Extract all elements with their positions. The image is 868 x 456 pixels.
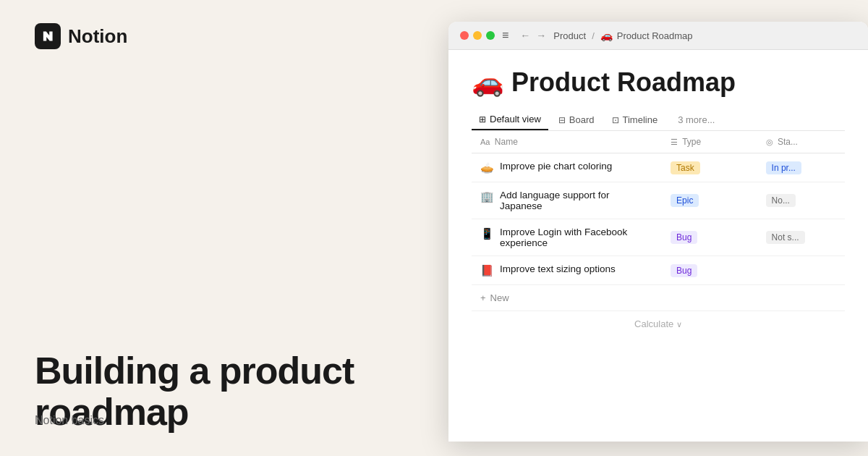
row1-status-cell: In pr... — [757, 153, 845, 182]
notion-logo-text: Notion — [68, 25, 127, 48]
row3-status-cell: Not s... — [757, 219, 845, 256]
tab-default-view[interactable]: ⊞ Default view — [472, 109, 548, 130]
row4-emoji: 📕 — [480, 264, 494, 277]
row4-name: 📕 Improve text sizing options — [480, 263, 653, 277]
row3-type-cell: Bug — [662, 219, 757, 256]
back-button[interactable]: ← — [520, 30, 530, 41]
col-type-icon: ☰ — [671, 138, 678, 146]
page-title-emoji: 🚗 — [472, 67, 504, 98]
tab-timeline-icon: ⊡ — [612, 115, 619, 125]
tab-more[interactable]: 3 more... — [671, 110, 722, 130]
notion-logo: Notion — [35, 23, 443, 49]
traffic-light-yellow[interactable] — [473, 31, 482, 40]
row4-type-tag: Bug — [671, 264, 697, 277]
col-status-label: Sta... — [778, 137, 798, 147]
row4-type-cell: Bug — [662, 256, 757, 285]
row1-status-badge: In pr... — [766, 161, 801, 174]
tab-timeline-label: Timeline — [623, 114, 658, 125]
tab-timeline[interactable]: ⊡ Timeline — [605, 110, 665, 130]
browser-window: ≡ ← → Product / 🚗 Product Roadmap 🚗 Prod… — [448, 22, 868, 442]
browser-chrome: ≡ ← → Product / 🚗 Product Roadmap — [448, 22, 868, 50]
traffic-lights — [460, 31, 495, 40]
tab-more-label: 3 more... — [678, 114, 715, 125]
col-name-icon: Aa — [480, 138, 490, 146]
table-row[interactable]: 📕 Improve text sizing options Bug — [472, 256, 845, 285]
col-name-label: Name — [495, 137, 518, 147]
tab-board-icon: ⊟ — [558, 115, 566, 125]
calculate-label: Calculate — [634, 318, 673, 329]
row4-name-text: Improve text sizing options — [500, 263, 616, 274]
row2-name: 🏢 Add language support for Japanese — [480, 190, 653, 211]
calculate-row[interactable]: Calculate ∨ — [472, 311, 845, 337]
tabs-bar: ⊞ Default view ⊟ Board ⊡ Timeline 3 more… — [472, 109, 845, 131]
row4-name-cell: 📕 Improve text sizing options — [472, 256, 662, 285]
browser-controls: ← → — [520, 30, 546, 41]
row2-status-badge: No... — [766, 194, 796, 207]
row1-type-tag: Task — [671, 161, 700, 174]
tab-default-view-label: Default view — [490, 114, 541, 124]
col-type-label: Type — [682, 137, 701, 147]
row2-emoji: 🏢 — [480, 190, 494, 203]
table-header-row: Aa Name ☰ Type ◎ Sta... — [472, 131, 845, 153]
row2-name-cell: 🏢 Add language support for Japanese — [472, 182, 662, 219]
row2-type-tag: Epic — [671, 194, 699, 207]
traffic-light-green[interactable] — [486, 31, 495, 40]
col-status-icon: ◎ — [766, 138, 773, 146]
table-row[interactable]: 🏢 Add language support for Japanese Epic… — [472, 182, 845, 219]
database-table: Aa Name ☰ Type ◎ Sta... — [472, 131, 845, 285]
page-title-text: Product Roadmap — [511, 67, 736, 98]
row4-status-cell — [757, 256, 845, 285]
address-bar: Product / 🚗 Product Roadmap — [553, 30, 692, 41]
row3-name-cell: 📱 Improve Login with Facebook experience — [472, 219, 662, 256]
col-header-type: ☰ Type — [662, 131, 757, 153]
bottom-label: Notion basics — [35, 414, 104, 427]
row2-status-cell: No... — [757, 182, 845, 219]
left-panel: Notion Building a product roadmap Notion… — [0, 0, 477, 456]
page-title: 🚗 Product Roadmap — [472, 67, 845, 98]
row2-name-text: Add language support for Japanese — [500, 190, 653, 211]
new-row-button[interactable]: + New — [472, 285, 845, 311]
notion-content: 🚗 Product Roadmap ⊞ Default view ⊟ Board… — [448, 50, 868, 442]
tab-board[interactable]: ⊟ Board — [551, 110, 602, 130]
row1-type-cell: Task — [662, 153, 757, 182]
row3-type-tag: Bug — [671, 231, 697, 244]
col-header-name: Aa Name — [472, 131, 662, 153]
row1-emoji: 🥧 — [480, 161, 494, 174]
tab-default-view-icon: ⊞ — [479, 114, 486, 124]
table-row[interactable]: 🥧 Improve pie chart coloring Task In pr.… — [472, 153, 845, 182]
tab-board-label: Board — [569, 114, 595, 125]
row2-type-cell: Epic — [662, 182, 757, 219]
row3-status-badge: Not s... — [766, 231, 805, 244]
calculate-chevron-icon: ∨ — [676, 320, 682, 329]
new-row-plus-icon: + — [480, 292, 486, 303]
traffic-light-red[interactable] — [460, 31, 469, 40]
forward-button[interactable]: → — [536, 30, 546, 41]
browser-menu-icon[interactable]: ≡ — [502, 29, 509, 42]
row1-name-text: Improve pie chart coloring — [500, 161, 612, 172]
new-row-label: New — [490, 292, 509, 303]
row1-name-cell: 🥧 Improve pie chart coloring — [472, 153, 662, 182]
notion-logo-icon — [35, 23, 61, 49]
row3-emoji: 📱 — [480, 227, 494, 240]
breadcrumb-page: Product Roadmap — [617, 30, 693, 41]
row3-name-text: Improve Login with Facebook experience — [500, 227, 653, 248]
breadcrumb-emoji: 🚗 — [600, 30, 613, 41]
breadcrumb-separator: / — [592, 30, 595, 41]
table-row[interactable]: 📱 Improve Login with Facebook experience… — [472, 219, 845, 256]
row3-name: 📱 Improve Login with Facebook experience — [480, 227, 653, 248]
row1-name: 🥧 Improve pie chart coloring — [480, 161, 653, 174]
breadcrumb-folder: Product — [553, 30, 586, 41]
col-header-status: ◎ Sta... — [757, 131, 845, 153]
